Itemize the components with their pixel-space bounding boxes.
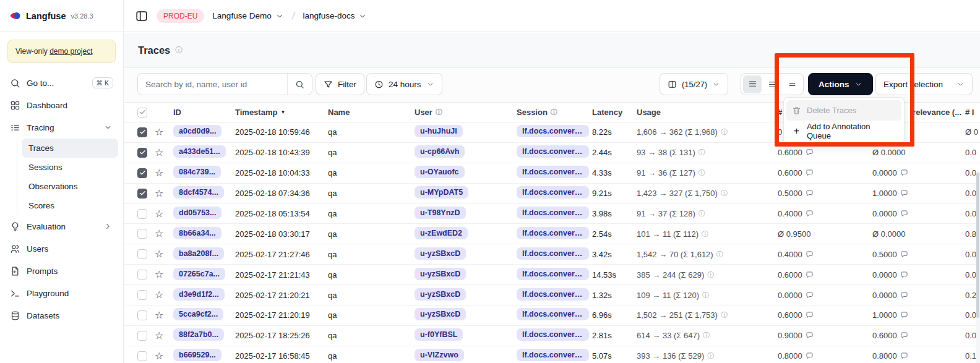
trace-id-badge[interactable]: a0cd0d9... [173, 125, 221, 137]
time-range-button[interactable]: 24 hours [366, 73, 442, 95]
row-checkbox[interactable] [137, 189, 147, 199]
user-badge[interactable]: u-yzSBxcD [415, 247, 466, 260]
columns-button[interactable]: (15/27) [660, 73, 728, 95]
select-all-checkbox[interactable] [137, 108, 147, 117]
user-badge[interactable]: u-zEwdED2 [415, 227, 468, 239]
bookmark-star-icon[interactable]: ☆ [155, 189, 163, 199]
sidebar-item-dashboard[interactable]: Dashboard [5, 94, 118, 116]
scrollbar-thumb[interactable] [976, 173, 979, 318]
session-badge[interactable]: lf.docs.conversation... [517, 288, 589, 301]
demo-project-link[interactable]: demo project [49, 47, 92, 56]
user-badge[interactable]: u-MYpDAT5 [415, 186, 468, 199]
user-badge[interactable]: u-huJhuJi [415, 125, 463, 137]
sidebar-item-traces[interactable]: Traces [22, 139, 118, 158]
user-badge[interactable]: u-yzSBxcD [415, 308, 466, 320]
bookmark-star-icon[interactable]: ☆ [155, 209, 163, 219]
user-badge[interactable]: u-yzSBxcD [415, 288, 466, 301]
row-checkbox[interactable] [137, 290, 147, 300]
sidebar-item-evaluation[interactable]: Evaluation [5, 215, 118, 237]
bookmark-star-icon[interactable]: ☆ [155, 351, 163, 361]
session-badge[interactable]: lf.docs.conversation... [517, 247, 589, 260]
session-badge[interactable]: lf.docs.conversation... [517, 308, 589, 320]
bookmark-star-icon[interactable]: ☆ [155, 290, 163, 300]
trace-id-badge[interactable]: b669529... [173, 349, 221, 361]
bookmark-star-icon[interactable]: ☆ [155, 270, 163, 280]
user-badge[interactable]: u-yzSBxcD [415, 268, 466, 280]
table-row[interactable]: ☆ d3e9d1f2... 2025-02-17 21:20:21 qa u-y… [124, 285, 980, 305]
trace-id-badge[interactable]: 88f2a7b0... [173, 328, 224, 341]
table-row[interactable]: ☆ b669529... 2025-02-17 16:58:45 qa u-VI… [124, 346, 980, 363]
column-header-id[interactable]: ID [173, 108, 235, 117]
sidebar-item-users[interactable]: Users [5, 237, 118, 260]
column-header-user[interactable]: Userⓘ [415, 108, 517, 117]
row-height-medium[interactable] [763, 75, 781, 93]
table-row[interactable]: ☆ 88f2a7b0... 2025-02-17 18:25:26 qa u-f… [124, 326, 980, 346]
table-row[interactable]: ☆ 5cca9cf2... 2025-02-17 21:20:19 qa u-y… [124, 305, 980, 326]
row-checkbox[interactable] [137, 270, 147, 280]
sidebar-item-sessions[interactable]: Sessions [22, 158, 118, 177]
table-row[interactable]: ☆ 8b66a34... 2025-02-18 03:30:17 qa u-zE… [124, 224, 980, 244]
row-checkbox[interactable] [137, 148, 147, 158]
trace-id-badge[interactable]: dd05753... [173, 207, 221, 219]
filter-button[interactable]: Filter [316, 73, 364, 95]
actions-button[interactable]: Actions [808, 73, 873, 95]
trace-id-badge[interactable]: 07265c7a... [173, 268, 225, 280]
search-submit[interactable] [287, 74, 312, 95]
table-row[interactable]: ☆ ba8a208f... 2025-02-17 21:27:46 qa u-y… [124, 244, 980, 265]
user-badge[interactable]: u-f0YfBSL [415, 328, 463, 341]
table-row[interactable]: ☆ 084c739... 2025-02-18 10:04:33 qa u-OY… [124, 163, 980, 184]
trace-id-badge[interactable]: a433de51... [173, 145, 226, 158]
session-badge[interactable]: lf.docs.conversation... [517, 125, 589, 137]
session-badge[interactable]: lf.docs.conversation... [517, 227, 589, 239]
sidebar-item-scores[interactable]: Scores [22, 196, 118, 215]
bookmark-star-icon[interactable]: ☆ [155, 148, 163, 158]
bookmark-star-icon[interactable]: ☆ [155, 127, 163, 137]
session-badge[interactable]: lf.docs.conversation... [517, 166, 589, 178]
sidebar-item-datasets[interactable]: Datasets [5, 304, 118, 327]
row-checkbox[interactable] [137, 351, 147, 361]
row-checkbox[interactable] [137, 331, 147, 341]
bookmark-star-icon[interactable]: ☆ [155, 249, 163, 259]
column-header-relevance[interactable]: relevance (... [913, 108, 965, 117]
session-badge[interactable]: lf.docs.conversation... [517, 145, 589, 158]
trace-id-badge[interactable]: 8b66a34... [173, 227, 221, 239]
user-badge[interactable]: u-cp66Avh [415, 145, 465, 158]
bookmark-star-icon[interactable]: ☆ [155, 310, 163, 320]
user-badge[interactable]: u-OYauofc [415, 166, 465, 178]
menu-item-delete-traces[interactable]: Delete Traces [786, 100, 901, 121]
table-row[interactable]: ☆ dd05753... 2025-02-18 05:13:54 qa u-T9… [124, 204, 980, 224]
sidebar-item-observations[interactable]: Observations [22, 177, 118, 196]
sidebar-item-prompts[interactable]: Prompts [5, 260, 118, 282]
table-row[interactable]: ☆ 8dcf4574... 2025-02-18 07:34:36 qa u-M… [124, 184, 980, 204]
row-height-large[interactable] [783, 75, 801, 93]
trace-id-badge[interactable]: ba8a208f... [173, 247, 224, 260]
trace-id-badge[interactable]: d3e9d1f2... [173, 288, 225, 301]
session-badge[interactable]: lf.docs.conversation... [517, 207, 589, 219]
table-row[interactable]: ☆ a433de51... 2025-02-18 10:43:39 qa u-c… [124, 143, 980, 163]
export-selection-button[interactable]: Export selection [875, 73, 973, 95]
session-badge[interactable]: lf.docs.conversation... [517, 186, 589, 199]
column-header-name[interactable]: Name [328, 108, 415, 117]
sidebar-item-playground[interactable]: Playground [5, 282, 118, 304]
row-checkbox[interactable] [137, 127, 147, 137]
table-row[interactable]: ☆ 07265c7a... 2025-02-17 21:21:43 qa u-y… [124, 265, 980, 285]
trace-id-badge[interactable]: 084c739... [173, 166, 221, 178]
search-input[interactable] [138, 74, 287, 95]
row-checkbox[interactable] [137, 229, 147, 239]
user-badge[interactable]: u-T98YnzD [415, 207, 466, 219]
row-checkbox[interactable] [137, 168, 147, 178]
session-badge[interactable]: lf.docs.conversation... [517, 328, 589, 341]
trace-id-badge[interactable]: 5cca9cf2... [173, 308, 223, 320]
user-badge[interactable]: u-VIZzvwo [415, 349, 464, 361]
session-badge[interactable]: lf.docs.conversation... [517, 349, 589, 361]
sidebar-toggle-icon[interactable] [135, 9, 148, 23]
session-badge[interactable]: lf.docs.conversation... [517, 268, 589, 280]
column-header-score3[interactable]: # I [965, 108, 980, 117]
bookmark-star-icon[interactable]: ☆ [155, 229, 163, 239]
row-checkbox[interactable] [137, 310, 147, 320]
row-checkbox[interactable] [137, 249, 147, 259]
sidebar-item-tracing[interactable]: Tracing [5, 116, 118, 139]
column-header-timestamp[interactable]: Timestamp▼ [235, 108, 328, 117]
column-header-usage[interactable]: Usage [637, 108, 778, 117]
bookmark-star-icon[interactable]: ☆ [155, 168, 163, 178]
